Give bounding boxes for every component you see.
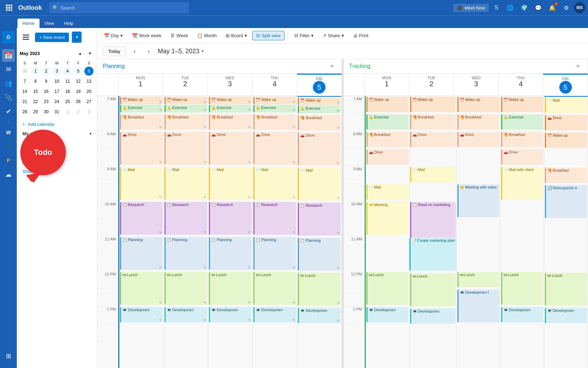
- slot-11am-tmon[interactable]: [366, 236, 409, 254]
- slot-12pm-fri[interactable]: 🍽Lunch↻: [297, 272, 341, 289]
- slot-12pm-tue[interactable]: 🍽Lunch↻: [164, 271, 208, 289]
- event-mail[interactable]: ✉️Mail↻: [164, 167, 207, 200]
- event-meeting-sales[interactable]: 🤝Meeting with sales: [457, 184, 499, 217]
- slot-10am-thu[interactable]: 📋Research↻: [253, 201, 297, 219]
- event-breakfast[interactable]: 🥞Breakfast↻: [164, 114, 207, 130]
- slot-9am30-ttue[interactable]: [410, 184, 456, 201]
- mini-cal-day[interactable]: 19: [74, 87, 83, 96]
- slot-1pm-thu[interactable]: 💻Developmen↻: [253, 306, 297, 324]
- hamburger-button[interactable]: [20, 31, 32, 43]
- event-wakeup[interactable]: ⏰Wake up: [501, 97, 543, 112]
- event-lunch[interactable]: 🍽Lunch: [457, 272, 499, 287]
- date-range[interactable]: May 1–5, 2023 ▾: [158, 48, 204, 55]
- search-bar[interactable]: 🔍: [49, 2, 189, 13]
- day-header-fri[interactable]: Fri 5: [297, 74, 342, 96]
- mini-cal-day[interactable]: 3: [84, 107, 93, 116]
- event-lunch[interactable]: 🍽Lunch↻: [164, 272, 207, 305]
- event-develop[interactable]: 💻Developmen↻: [298, 308, 341, 323]
- slot-1pm-tthu[interactable]: 💻Developmen: [500, 306, 544, 324]
- powerpoint-nav-icon[interactable]: P: [2, 154, 15, 167]
- event-wakeup[interactable]: ⏰Wake up: [457, 97, 499, 112]
- event-lunch[interactable]: 🍽Lunch: [501, 272, 543, 305]
- meet-now-button[interactable]: 🎥 Meet Now: [453, 4, 489, 12]
- event-exercise[interactable]: 💪Exercise↻: [120, 105, 163, 113]
- event-mail[interactable]: ✉️Mail: [410, 167, 456, 182]
- event-research[interactable]: 📋Research↻: [253, 202, 296, 235]
- event-wakeup[interactable]: ⏰Wake up: [545, 132, 587, 148]
- slot-11am-tfri[interactable]: [544, 237, 588, 254]
- mini-cal-day[interactable]: 14: [20, 87, 29, 96]
- event-drive[interactable]: 🚗Drive: [545, 115, 587, 130]
- event-drive[interactable]: 🚗Drive: [457, 132, 499, 147]
- mini-cal-today[interactable]: 6: [84, 67, 93, 76]
- slot-9am-twed[interactable]: [457, 166, 500, 184]
- slot-7am-tmon[interactable]: ⏰Wake up: [366, 96, 409, 114]
- user-avatar[interactable]: MS: [574, 2, 585, 13]
- attachments-nav-icon[interactable]: 📎: [2, 91, 15, 104]
- slot-12pm-mon[interactable]: 🍽Lunch↻: [119, 271, 163, 289]
- event-create-marketing[interactable]: 📝Create marketing plan: [410, 238, 456, 271]
- slot-12pm-tfri[interactable]: 🍽Lunch: [544, 272, 588, 289]
- add-calendar-button[interactable]: + Add calendar: [17, 120, 97, 129]
- slot-7am30-wed[interactable]: 🥞Breakfast↻: [208, 114, 252, 131]
- slot-7am30-tfri[interactable]: 🚗Drive: [544, 114, 588, 132]
- mini-cal-day[interactable]: 21: [20, 97, 29, 106]
- skype-icon[interactable]: S: [490, 1, 503, 14]
- event-drive[interactable]: 🚗Drive↻: [164, 132, 207, 165]
- event-exercise[interactable]: 💪Exercise↻: [209, 105, 252, 113]
- event-wakeup[interactable]: ⏰Wake up↻: [253, 97, 296, 104]
- event-planning[interactable]: 📋Planning↻: [120, 237, 163, 270]
- event-exercise[interactable]: 💪Exercise↻: [164, 105, 207, 113]
- mini-cal-day[interactable]: 26: [74, 97, 83, 106]
- edge-icon[interactable]: 🌐: [504, 1, 517, 14]
- mini-cal-day[interactable]: 24: [52, 97, 61, 106]
- mini-cal-day[interactable]: 2: [42, 67, 51, 76]
- mini-cal-day[interactable]: 4: [63, 67, 72, 76]
- slot-8am30-ttue[interactable]: [410, 149, 456, 166]
- day-header-mon[interactable]: Mon 1: [118, 74, 163, 96]
- mini-cal-day[interactable]: 29: [31, 107, 40, 116]
- slot-8am-tmon[interactable]: 🥞Breakfast: [366, 131, 409, 149]
- slot-9am30-tfri[interactable]: 🔄Retrospectiv e: [544, 184, 588, 202]
- search-input[interactable]: [61, 5, 186, 11]
- event-drive[interactable]: 🚗Drive: [410, 132, 456, 147]
- mini-cal-day[interactable]: 17: [52, 87, 61, 96]
- slot-1pm-mon[interactable]: 💻Developmen↻: [119, 306, 163, 324]
- track-day-header-thu[interactable]: Thu 4: [499, 74, 544, 96]
- event-development[interactable]: 💻Developmen t: [457, 289, 499, 322]
- slot-9am30-twed[interactable]: 🤝Meeting with sales: [457, 184, 500, 201]
- slot-9am-wed[interactable]: ✉️Mail↻: [208, 166, 252, 184]
- mini-cal-day[interactable]: 10: [52, 77, 61, 86]
- slot-7am30-tmon[interactable]: 💪Exercise: [366, 114, 409, 131]
- event-wakeup[interactable]: ⏰Wake up↻: [164, 97, 207, 104]
- week-button[interactable]: 🗓 Week: [167, 31, 192, 40]
- print-button[interactable]: 🖨 Print: [349, 31, 372, 40]
- event-planning[interactable]: 📋Planning↻: [209, 237, 252, 270]
- todo-badge[interactable]: Todo: [20, 130, 66, 175]
- todo-circle[interactable]: Todo: [20, 130, 66, 175]
- slot-11am30-tmon[interactable]: [366, 254, 409, 271]
- event-drive[interactable]: 🚗Drive↻: [209, 132, 252, 165]
- mini-cal-day[interactable]: 27: [84, 97, 93, 106]
- event-exercise[interactable]: 💪Exercise: [366, 114, 408, 130]
- slot-7am-fri[interactable]: ⏰Wake up↻ 💪Exercise↻: [297, 97, 341, 114]
- tab-help[interactable]: Help: [59, 19, 78, 28]
- slot-7am30-twed[interactable]: 🥞Breakfast: [457, 114, 500, 131]
- slot-7am-ttue[interactable]: ⏰Wake up: [410, 96, 456, 114]
- mini-cal-title[interactable]: May 2023: [20, 51, 40, 56]
- slot-10am-fri[interactable]: 📋Research↻: [297, 202, 341, 219]
- event-planning[interactable]: 📋Planning↻: [253, 237, 296, 270]
- split-view-button[interactable]: ⊟ Split view: [252, 31, 285, 40]
- todo-nav-icon[interactable]: ✔: [2, 105, 15, 118]
- event-breakfast[interactable]: 🥞Breakfast: [501, 132, 543, 147]
- slot-7am30-ttue[interactable]: 🥞Breakfast: [410, 114, 456, 131]
- slot-10am-tthu[interactable]: [500, 201, 544, 219]
- slot-10am30-tthu[interactable]: [500, 219, 544, 236]
- slot-1pm-fri[interactable]: 💻Developmen↻: [297, 307, 341, 325]
- slot-8am30-tfri[interactable]: [544, 149, 588, 167]
- event-develop[interactable]: 💻Developmen↻: [253, 307, 296, 322]
- filter-button[interactable]: ⊟ Filter ▾: [290, 31, 317, 40]
- slot-9am-ttue[interactable]: ✉️Mail: [410, 166, 456, 184]
- new-event-button[interactable]: + New event: [35, 33, 69, 42]
- slot-9am-tfri[interactable]: 🥞Breakfast: [544, 167, 588, 184]
